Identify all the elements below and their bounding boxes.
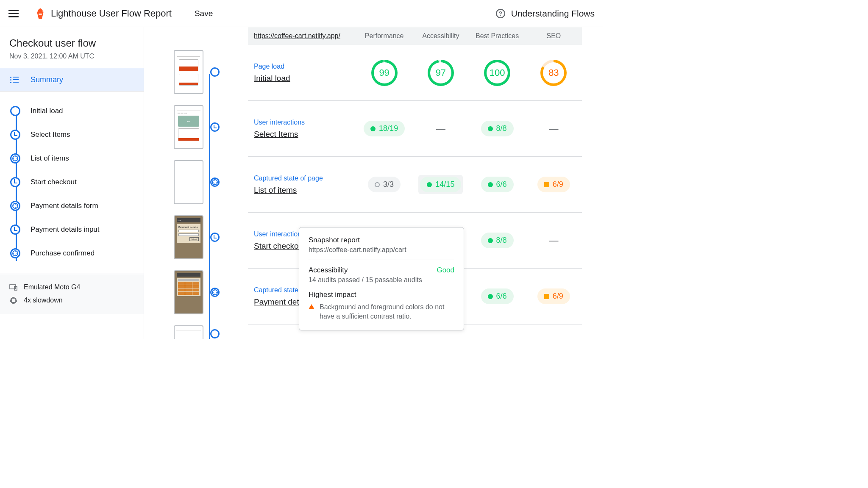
score-pill: 3/3 [368,177,401,192]
clock-marker-icon [210,122,220,132]
sidebar-summary-label: Summary [31,75,63,84]
score-cell[interactable]: 8/8 [469,233,526,248]
screenshot-thumbnail[interactable] [174,325,203,339]
step-label: Payment details input [31,225,100,234]
score-pill: 6/9 [537,177,570,192]
snapshot-marker-icon [10,153,20,164]
device-slowdown: 4x slowdown [24,297,63,304]
step-label: List of items [31,154,69,163]
dash-icon: — [549,123,558,134]
dash-icon: — [549,235,558,246]
sidebar-step[interactable]: Payment details input [0,218,144,241]
score-gauge: 83 [540,60,567,86]
score-cell[interactable]: — [526,123,582,134]
lighthouse-logo-icon [36,8,45,19]
dot-icon [370,126,376,131]
phase-label: Page load [254,63,356,70]
screenshot-thumbnail[interactable] [174,50,203,94]
understanding-flows-link[interactable]: Understanding Flows [511,8,595,19]
score-cell[interactable]: 3/3 [356,177,412,192]
flow-date: Nov 3, 2021, 12:00 AM UTC [9,53,134,60]
header-seo: SEO [526,32,582,40]
list-icon [10,77,19,83]
tooltip-category: Accessibility [309,266,348,274]
svg-rect-4 [10,285,16,289]
score-cell[interactable]: 6/6 [469,177,526,192]
content-column: https://coffee-cart.netlify.app/ Perform… [248,27,603,339]
step-label: Start checkout [31,178,77,186]
square-icon [544,182,549,187]
score-pill: 6/6 [481,288,514,304]
device-icon [9,284,18,291]
dot-icon [375,182,380,187]
menu-icon[interactable] [8,10,19,17]
score-cell[interactable]: 6/6 [469,288,526,304]
step-label: Payment details form [31,202,98,210]
sidebar-step[interactable]: Start checkout [0,170,144,194]
circle-marker-icon [210,329,220,338]
row-title[interactable]: Select Items [254,130,356,139]
score-pill: 18/19 [364,121,405,136]
screenshot-thumbnail[interactable]: xxxPayment detailsSubmit [174,215,203,259]
clock-marker-icon [210,233,220,242]
tooltip-title: Snapshot report [309,236,454,244]
tooltip-url: https://coffee-cart.netlify.app/cart [309,246,454,260]
screenshot-thumbnail[interactable] [174,270,203,314]
score-cell[interactable]: 99 [356,60,412,86]
score-cell[interactable]: 8/8 [469,121,526,136]
score-pill: 6/9 [537,288,570,304]
dash-icon: — [436,123,445,134]
screenshot-thumbnail[interactable] [174,160,203,204]
score-pill: 6/6 [481,177,514,192]
sidebar-step[interactable]: List of items [0,147,144,170]
sidebar: Checkout user flow Nov 3, 2021, 12:00 AM… [0,27,144,339]
flow-row: Page loadInitial load999710083 [248,45,582,101]
score-cell[interactable]: 100 [469,60,526,86]
header-accessibility: Accessibility [412,32,469,40]
sidebar-step[interactable]: Select Items [0,123,144,147]
nav-steps: Initial loadSelect ItemsList of itemsSta… [0,92,144,274]
top-bar: Lighthouse User Flow Report Save ? Under… [0,0,603,27]
snapshot-marker-icon [10,248,20,258]
tooltip-impact-text: Background and foreground colors do not … [320,302,454,322]
score-cell[interactable]: 83 [526,60,582,86]
row-title[interactable]: Initial load [254,74,356,83]
score-cell[interactable]: — [412,123,469,134]
app-title: Lighthouse User Flow Report [51,8,172,19]
flow-row: Captured state of pageList of items3/314… [248,157,582,213]
phase-label: Captured state of page [254,175,356,182]
score-gauge: 97 [428,60,454,86]
score-cell[interactable]: 6/9 [526,288,582,304]
flow-title: Checkout user flow [9,37,134,49]
score-cell[interactable]: 18/19 [356,121,412,136]
device-emulated: Emulated Moto G4 [24,283,80,291]
score-gauge: 100 [484,60,510,86]
score-cell[interactable]: 97 [412,60,469,86]
sidebar-summary[interactable]: Summary [0,68,144,92]
step-label: Select Items [31,130,70,139]
score-cell[interactable]: 14/15 [412,175,469,194]
svg-rect-6 [11,298,16,302]
square-icon [544,294,549,299]
save-button[interactable]: Save [195,9,213,18]
snapshot-marker-icon [10,201,20,211]
help-icon[interactable]: ? [496,9,505,18]
flow-row: User interactionsSelect Items18/19—8/8— [248,101,582,157]
url-header[interactable]: https://coffee-cart.netlify.app/ [248,32,356,40]
tooltip-impact-head: Highest impact [309,291,454,299]
clock-marker-icon [10,130,20,140]
score-cell[interactable]: — [526,235,582,246]
sidebar-step[interactable]: Payment details form [0,194,144,218]
tooltip-rating: Good [437,266,454,274]
row-title[interactable]: List of items [254,186,356,195]
sidebar-step[interactable]: Purchase confirmed [0,241,144,265]
sidebar-step[interactable]: Initial load [0,99,144,123]
score-cell[interactable]: 6/9 [526,177,582,192]
snapshot-tooltip: Snapshot report https://coffee-cart.netl… [299,227,464,330]
tooltip-subtitle: 14 audits passed / 15 passable audits [309,276,454,284]
screenshot-thumbnail[interactable]: xxx xxx xxxxxxx [174,105,203,149]
clock-marker-icon [10,225,20,235]
clock-marker-icon [10,177,20,187]
score-pill: 8/8 [481,233,514,248]
svg-rect-0 [39,14,42,15]
